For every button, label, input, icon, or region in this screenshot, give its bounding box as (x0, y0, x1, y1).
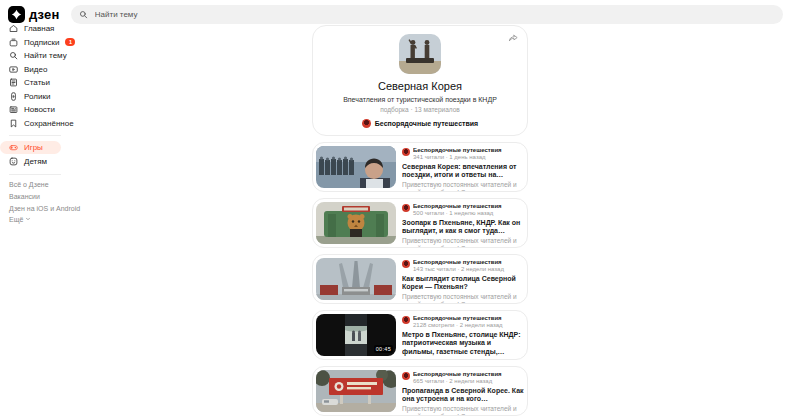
sidebar-item-saved[interactable]: Сохранённое (0, 117, 300, 131)
dzen-logo-text: дзен (29, 7, 60, 22)
article-stats: 341 читали · 1 день назад (413, 154, 502, 160)
article-title[interactable]: Зоопарк в Пхеньяне, КНДР. Как он выгляди… (402, 219, 524, 236)
collection-cover-image (399, 34, 441, 74)
video-title[interactable]: Метро в Пхеньяне, столице КНДР: патриоти… (402, 331, 524, 357)
article-title[interactable]: Пропаганда в Северной Корее. Как она уст… (402, 387, 524, 404)
sidebar-item-shorts[interactable]: Ролики (0, 90, 300, 104)
sidebar-item-label: Детям (24, 157, 47, 166)
collection-title: Северная Корея (313, 80, 527, 92)
channel-name[interactable]: Беспорядочные путешествия (413, 147, 502, 153)
footer-more-button[interactable]: Ещё (9, 216, 300, 223)
feed-card-3[interactable]: Беспорядочные путешествия 143 тыс читали… (312, 254, 528, 304)
sidebar-item-label: Статьи (24, 78, 50, 87)
subscriptions-icon (9, 38, 18, 47)
kids-icon (9, 157, 18, 166)
articles-icon (9, 78, 18, 87)
search-input[interactable] (93, 9, 775, 20)
channel-avatar (362, 119, 371, 128)
sidebar-item-games[interactable]: Игры (0, 141, 61, 154)
collection-header-card: Северная Корея Впечатления от туристичес… (312, 25, 528, 136)
bookmark-icon (9, 119, 18, 128)
sidebar-item-subscriptions[interactable]: Подписки 1 (0, 36, 300, 50)
sidebar-footer: Всё о Дзене Вакансии Дзен на iOS и Andro… (0, 180, 300, 223)
search-icon (9, 51, 18, 60)
chevron-down-icon (25, 216, 31, 222)
channel-avatar[interactable] (402, 316, 410, 324)
article-thumbnail[interactable] (316, 370, 396, 412)
sidebar-item-home[interactable]: Главная (0, 22, 300, 36)
article-stats: 500 читали · 1 неделю назад (413, 210, 502, 216)
sidebar-item-find-topic[interactable]: Найти тему (0, 49, 300, 63)
channel-name[interactable]: Беспорядочные путешествия (413, 259, 504, 265)
channel-name: Беспорядочные путешествия (375, 120, 478, 127)
footer-link-jobs[interactable]: Вакансии (9, 192, 300, 201)
channel-avatar[interactable] (402, 204, 410, 212)
article-stats: 143 тыс читали · 2 недели назад (413, 266, 504, 272)
dzen-logo-icon (8, 6, 25, 23)
subscriptions-badge: 1 (65, 38, 75, 46)
sidebar-item-label: Новости (24, 105, 55, 114)
article-snippet: Приветствую постоянных читателей и госте… (402, 405, 524, 416)
home-icon (9, 24, 18, 33)
video-duration-badge: 00:45 (374, 345, 393, 353)
shorts-icon (9, 92, 18, 101)
article-snippet: Приветствую постоянных читателей и госте… (402, 237, 524, 248)
footer-more-label: Ещё (9, 216, 23, 223)
share-icon[interactable] (508, 33, 519, 44)
feed-card-1[interactable]: Беспорядочные путешествия 341 читали · 1… (312, 142, 528, 192)
sidebar-divider (9, 135, 61, 136)
collection-author[interactable]: Беспорядочные путешествия (313, 119, 527, 128)
collection-subtitle: Впечатления от туристической поездки в К… (313, 96, 527, 103)
video-stats: 2128 смотрели · 2 недели назад (413, 322, 503, 328)
channel-name[interactable]: Беспорядочные путешествия (413, 203, 502, 209)
sidebar-divider (9, 174, 61, 175)
article-thumbnail[interactable] (316, 258, 396, 300)
feed-card-4[interactable]: 00:45 Беспорядочные путешествия 2128 смо… (312, 310, 528, 360)
games-icon (9, 143, 18, 152)
footer-link-about[interactable]: Всё о Дзене (9, 180, 300, 189)
article-snippet: Приветствую постоянных читателей и госте… (402, 293, 524, 304)
sidebar-item-label: Сохранённое (24, 119, 74, 128)
feed-card-5[interactable]: Беспорядочные путешествия 665 читали · 2… (312, 366, 528, 416)
feed-card-2[interactable]: Беспорядочные путешествия 500 читали · 1… (312, 198, 528, 248)
news-icon (9, 105, 18, 114)
footer-link-apps[interactable]: Дзен на iOS и Android (9, 204, 300, 213)
sidebar-item-label: Подписки (24, 38, 59, 47)
sidebar-item-label: Игры (24, 143, 43, 152)
sidebar: Главная Подписки 1 Найти тему Видео Стат… (0, 22, 300, 223)
article-snippet: Приветствую постоянных читателей и госте… (402, 181, 524, 192)
main-feed: Северная Корея Впечатления от туристичес… (312, 25, 528, 416)
sidebar-item-label: Ролики (24, 92, 50, 101)
sidebar-item-video[interactable]: Видео (0, 63, 300, 77)
article-stats: 665 читали · 2 недели назад (413, 378, 502, 384)
sidebar-item-label: Видео (24, 65, 47, 74)
sidebar-item-label: Главная (24, 24, 54, 33)
channel-name[interactable]: Беспорядочные путешествия (413, 315, 503, 321)
sidebar-item-label: Найти тему (24, 51, 67, 60)
channel-avatar[interactable] (402, 148, 410, 156)
dzen-page: дзен Главная Подписки 1 Найти тему Видео… (0, 0, 800, 416)
article-thumbnail[interactable] (316, 146, 396, 188)
channel-avatar[interactable] (402, 260, 410, 268)
sidebar-item-articles[interactable]: Статьи (0, 76, 300, 90)
video-thumbnail[interactable]: 00:45 (316, 314, 396, 356)
sidebar-item-news[interactable]: Новости (0, 103, 300, 117)
channel-avatar[interactable] (402, 372, 410, 380)
search-icon (79, 10, 88, 19)
article-title[interactable]: Северная Корея: впечатления от поездки, … (402, 163, 524, 180)
sidebar-item-kids[interactable]: Детям (0, 155, 300, 169)
article-title[interactable]: Как выглядит столица Северной Кореи — Пх… (402, 275, 524, 292)
article-thumbnail[interactable] (316, 202, 396, 244)
channel-name[interactable]: Беспорядочные путешествия (413, 371, 502, 377)
dzen-logo[interactable]: дзен (8, 6, 60, 23)
video-icon (9, 65, 18, 74)
collection-meta: подборка · 13 материалов (313, 106, 527, 113)
